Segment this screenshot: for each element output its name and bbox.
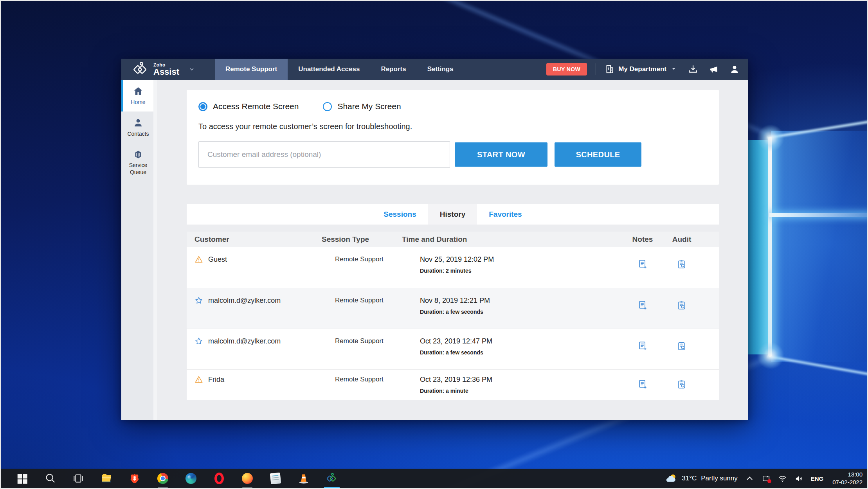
table-rows: GuestRemote SupportNov 25, 2019 12:02 PM… bbox=[187, 247, 719, 400]
radio-share-my-screen[interactable]: Share My Screen bbox=[323, 102, 401, 111]
tab-sessions[interactable]: Sessions bbox=[372, 204, 428, 225]
sidebar-item-label: Contacts bbox=[123, 131, 153, 138]
notes-app-icon[interactable] bbox=[267, 469, 284, 488]
navbar-right: BUY NOW My Department bbox=[546, 59, 748, 80]
session-duration: Duration: a few seconds bbox=[420, 309, 623, 315]
table-row[interactable]: GuestRemote SupportNov 25, 2019 12:02 PM… bbox=[187, 247, 719, 288]
app-switcher-chevron-down-icon[interactable] bbox=[189, 66, 195, 72]
opera-glyph bbox=[213, 473, 225, 484]
notes-app-glyph bbox=[270, 473, 281, 484]
view-audit-icon[interactable] bbox=[662, 341, 701, 356]
clock-date: 07-02-2022 bbox=[832, 478, 863, 486]
column-header-customer: Customer bbox=[194, 235, 322, 244]
cell-customer: malcolm.d@zylker.com bbox=[194, 297, 322, 315]
nav-tab-unattended-access[interactable]: Unattended Access bbox=[288, 59, 370, 80]
department-selector[interactable]: My Department bbox=[605, 64, 676, 74]
radio-access-remote-screen[interactable]: Access Remote Screen bbox=[198, 102, 299, 111]
sessions-table: CustomerSession TypeTime and DurationNot… bbox=[187, 232, 719, 400]
weather-condition: Partly sunny bbox=[701, 475, 738, 482]
table-row[interactable]: malcolm.d@zylker.comRemote SupportNov 8,… bbox=[187, 288, 719, 329]
sidebar-item-label: Service Queue bbox=[123, 162, 153, 176]
favorite-star-icon bbox=[194, 337, 203, 345]
add-notes-icon[interactable] bbox=[623, 300, 662, 315]
customer-name: malcolm.d@zylker.com bbox=[208, 337, 281, 345]
view-audit-icon[interactable] bbox=[662, 259, 701, 274]
clock[interactable]: 13:00 07-02-2022 bbox=[831, 471, 863, 487]
radio-circle[interactable] bbox=[198, 102, 207, 111]
radio-circle[interactable] bbox=[323, 102, 332, 111]
brave-glyph bbox=[129, 473, 140, 484]
table-row[interactable]: FridaRemote SupportOct 23, 2019 12:36 PM… bbox=[187, 369, 719, 400]
action-center-icon[interactable] bbox=[762, 474, 771, 483]
nav-tab-remote-support[interactable]: Remote Support bbox=[215, 59, 288, 80]
tab-history[interactable]: History bbox=[428, 204, 477, 225]
history-tabs-bar: SessionsHistoryFavorites bbox=[187, 204, 719, 225]
column-header-session-type: Session Type bbox=[322, 235, 402, 244]
tab-favorites[interactable]: Favorites bbox=[477, 204, 533, 225]
file-explorer-icon[interactable] bbox=[98, 469, 115, 488]
cell-time-duration: Nov 25, 2019 12:02 PMDuration: 2 minutes bbox=[402, 255, 623, 274]
cell-time-duration: Nov 8, 2019 12:21 PMDuration: a few seco… bbox=[402, 297, 623, 315]
download-icon[interactable] bbox=[688, 64, 698, 74]
announcements-megaphone-icon[interactable] bbox=[709, 64, 719, 74]
session-duration: Duration: a few seconds bbox=[420, 349, 623, 356]
chrome-icon[interactable] bbox=[154, 469, 171, 488]
sidebar-item-home[interactable]: Home bbox=[121, 80, 153, 111]
view-audit-icon[interactable] bbox=[662, 300, 701, 315]
start-glyph bbox=[16, 473, 28, 484]
cell-session-type: Remote Support bbox=[322, 297, 402, 315]
zoho-assist-window: Zoho Assist Remote SupportUnattended Acc… bbox=[121, 59, 748, 420]
start-now-button[interactable]: START NOW bbox=[455, 142, 547, 167]
buy-now-button[interactable]: BUY NOW bbox=[546, 63, 587, 76]
add-notes-icon[interactable] bbox=[623, 259, 662, 274]
session-duration: Duration: a minute bbox=[420, 388, 623, 394]
weather-widget[interactable]: 31°C Partly sunny bbox=[666, 473, 738, 484]
language-indicator[interactable]: ENG bbox=[811, 475, 824, 482]
session-time: Oct 23, 2019 12:47 PM bbox=[420, 337, 623, 345]
start-icon[interactable] bbox=[13, 469, 31, 488]
sidebar-item-service-queue[interactable]: Service Queue bbox=[121, 143, 153, 181]
view-audit-icon[interactable] bbox=[662, 379, 701, 394]
vlc-icon[interactable] bbox=[295, 469, 312, 488]
sidebar-item-contacts[interactable]: Contacts bbox=[121, 111, 153, 143]
cell-customer: Frida bbox=[194, 376, 322, 394]
session-time: Nov 25, 2019 12:02 PM bbox=[420, 255, 623, 264]
brand: Zoho Assist bbox=[121, 59, 215, 80]
warning-icon bbox=[194, 375, 203, 384]
firefox-icon[interactable] bbox=[239, 469, 256, 488]
running-indicator bbox=[324, 487, 340, 488]
brave-icon[interactable] bbox=[126, 469, 143, 488]
department-label: My Department bbox=[618, 65, 666, 73]
opera-icon[interactable] bbox=[211, 469, 228, 488]
zoho-assist-logo-icon bbox=[132, 61, 149, 77]
edge-icon[interactable] bbox=[182, 469, 200, 488]
main-content: Access Remote ScreenShare My Screen To a… bbox=[157, 80, 748, 420]
brand-text: Zoho Assist bbox=[153, 63, 179, 76]
temperature: 31°C bbox=[682, 475, 697, 482]
wifi-icon[interactable] bbox=[778, 474, 787, 483]
search-glyph bbox=[44, 473, 56, 484]
add-notes-icon[interactable] bbox=[623, 341, 662, 356]
favorite-star-icon bbox=[194, 296, 203, 305]
user-profile-icon[interactable] bbox=[729, 64, 740, 74]
nav-divider bbox=[596, 63, 596, 75]
department-building-icon bbox=[605, 64, 615, 74]
zoho-assist-icon[interactable] bbox=[323, 469, 340, 488]
table-row[interactable]: malcolm.d@zylker.comRemote SupportOct 23… bbox=[187, 329, 719, 369]
search-icon[interactable] bbox=[41, 469, 59, 488]
cell-customer: malcolm.d@zylker.com bbox=[194, 337, 322, 356]
volume-icon[interactable] bbox=[794, 474, 803, 483]
table-header: CustomerSession TypeTime and DurationNot… bbox=[187, 232, 719, 247]
schedule-button[interactable]: SCHEDULE bbox=[555, 142, 641, 167]
nav-tab-settings[interactable]: Settings bbox=[417, 59, 464, 80]
show-hidden-icons-chevron-up-icon[interactable] bbox=[745, 474, 754, 483]
system-tray: 31°C Partly sunny ENG 13:00 07-02 bbox=[666, 469, 868, 488]
customer-email-input[interactable] bbox=[198, 141, 450, 168]
task-view-icon[interactable] bbox=[70, 469, 87, 488]
cell-session-type: Remote Support bbox=[322, 255, 402, 274]
wallpaper-window-edge bbox=[768, 137, 772, 357]
radio-label: Share My Screen bbox=[337, 102, 401, 111]
service-queue-icon bbox=[133, 149, 143, 159]
add-notes-icon[interactable] bbox=[623, 379, 662, 394]
nav-tab-reports[interactable]: Reports bbox=[370, 59, 416, 80]
